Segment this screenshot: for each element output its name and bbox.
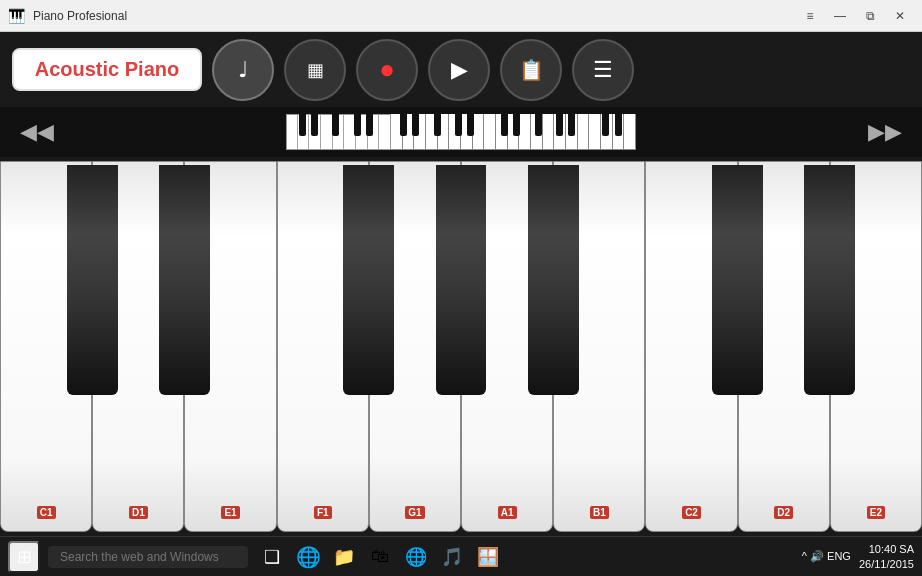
close-button[interactable]: ✕ — [886, 6, 914, 26]
taskbar-search-input[interactable] — [48, 546, 248, 568]
mini-white-key — [543, 114, 555, 150]
black-key-C1sharp[interactable] — [67, 165, 118, 395]
mini-white-key — [356, 114, 368, 150]
mini-white-key — [426, 114, 438, 150]
settings-button[interactable]: ≡ — [796, 6, 824, 26]
white-key-label-D2: D2 — [774, 506, 793, 519]
mini-white-key — [368, 114, 380, 150]
black-key-C2sharp[interactable] — [712, 165, 763, 395]
keyboard-button[interactable]: ▦ — [284, 39, 346, 101]
mini-white-key — [403, 114, 415, 150]
title-bar-left: 🎹 Piano Profesional — [8, 8, 127, 24]
white-key-label-G1: G1 — [405, 506, 424, 519]
black-key-A1sharp[interactable] — [528, 165, 579, 395]
mini-white-key — [438, 114, 450, 150]
mini-white-key — [554, 114, 566, 150]
taskbar-apps: ❑ 🌐 📁 🛍 🌐 🎵 🪟 — [256, 541, 504, 573]
task-view-button[interactable]: ❑ — [256, 541, 288, 573]
maximize-button[interactable]: ⧉ — [856, 6, 884, 26]
black-key-D2sharp[interactable] — [804, 165, 855, 395]
mini-white-key — [613, 114, 625, 150]
mini-keyboard[interactable] — [286, 114, 636, 150]
piano-app-button[interactable]: 🪟 — [472, 541, 504, 573]
taskbar-right: ^ 🔊 ENG 10:40 SA 26/11/2015 — [802, 542, 914, 571]
mini-white-key — [286, 114, 298, 150]
window-title: Piano Profesional — [33, 9, 127, 23]
list-button[interactable]: ☰ — [572, 39, 634, 101]
record-icon: ● — [379, 54, 395, 85]
mini-white-key — [449, 114, 461, 150]
taskbar: ⊞ ❑ 🌐 📁 🛍 🌐 🎵 🪟 ^ 🔊 ENG 10:40 SA 26/11/2… — [0, 536, 922, 576]
black-key-F1sharp[interactable] — [343, 165, 394, 395]
minimize-button[interactable]: — — [826, 6, 854, 26]
mini-white-key — [473, 114, 485, 150]
mini-white-key — [321, 114, 333, 150]
black-key-D1sharp[interactable] — [159, 165, 210, 395]
keyboard-icon: ▦ — [307, 59, 324, 81]
app-icon: 🎹 — [8, 8, 25, 24]
store-button[interactable]: 🛍 — [364, 541, 396, 573]
chrome-button[interactable]: 🌐 — [400, 541, 432, 573]
edge-button[interactable]: 🌐 — [292, 541, 324, 573]
start-button[interactable]: ⊞ — [8, 541, 40, 573]
mini-white-key — [391, 114, 403, 150]
mini-white-key — [414, 114, 426, 150]
white-key-label-D1: D1 — [129, 506, 148, 519]
white-key-label-A1: A1 — [498, 506, 517, 519]
explorer-button[interactable]: 📁 — [328, 541, 360, 573]
nav-left-button[interactable]: ◀◀ — [12, 115, 62, 149]
white-key-label-B1: B1 — [590, 506, 609, 519]
play-icon: ▶ — [451, 57, 468, 83]
mini-white-key — [519, 114, 531, 150]
record-button[interactable]: ● — [356, 39, 418, 101]
mini-white-key — [624, 114, 636, 150]
notes-icon: ♩ — [238, 57, 248, 83]
toolbar: Acoustic Piano ♩ ▦ ● ▶ 📋 ☰ — [0, 32, 922, 107]
mini-white-key — [333, 114, 345, 150]
mini-white-key — [589, 114, 601, 150]
mini-white-key — [309, 114, 321, 150]
play-button[interactable]: ▶ — [428, 39, 490, 101]
clock-time: 10:40 SA — [859, 542, 914, 556]
white-key-label-E2: E2 — [867, 506, 885, 519]
notes-button[interactable]: ♩ — [212, 39, 274, 101]
mini-white-key — [379, 114, 391, 150]
mini-white-key — [298, 114, 310, 150]
media-button[interactable]: 🎵 — [436, 541, 468, 573]
system-tray: ^ 🔊 ENG — [802, 550, 851, 563]
mini-white-key — [601, 114, 613, 150]
taskbar-clock: 10:40 SA 26/11/2015 — [859, 542, 914, 571]
sheet-icon: 📋 — [519, 58, 544, 82]
nav-bar: ◀◀ — [0, 107, 922, 157]
white-key-label-E1: E1 — [221, 506, 239, 519]
mini-white-key — [496, 114, 508, 150]
white-key-label-C1: C1 — [37, 506, 56, 519]
sheet-button[interactable]: 📋 — [500, 39, 562, 101]
white-key-label-F1: F1 — [314, 506, 332, 519]
instrument-selector[interactable]: Acoustic Piano — [12, 48, 202, 91]
piano-area: C1D1E1F1G1A1B1C2D2E2 — [0, 157, 922, 536]
white-key-label-C2: C2 — [682, 506, 701, 519]
clock-date: 26/11/2015 — [859, 557, 914, 571]
window-controls: ≡ — ⧉ ✕ — [796, 6, 914, 26]
mini-white-key — [578, 114, 590, 150]
mini-white-key — [566, 114, 578, 150]
mini-white-key — [484, 114, 496, 150]
mini-keyboard-white-keys — [286, 114, 636, 150]
taskbar-left: ⊞ ❑ 🌐 📁 🛍 🌐 🎵 🪟 — [8, 541, 504, 573]
mini-white-key — [461, 114, 473, 150]
nav-right-button[interactable]: ▶▶ — [860, 115, 910, 149]
mini-white-key — [531, 114, 543, 150]
keys-container: C1D1E1F1G1A1B1C2D2E2 — [0, 161, 922, 532]
black-key-G1sharp[interactable] — [436, 165, 487, 395]
title-bar: 🎹 Piano Profesional ≡ — ⧉ ✕ — [0, 0, 922, 32]
mini-white-key — [344, 114, 356, 150]
mini-white-key — [508, 114, 520, 150]
list-icon: ☰ — [593, 57, 613, 83]
